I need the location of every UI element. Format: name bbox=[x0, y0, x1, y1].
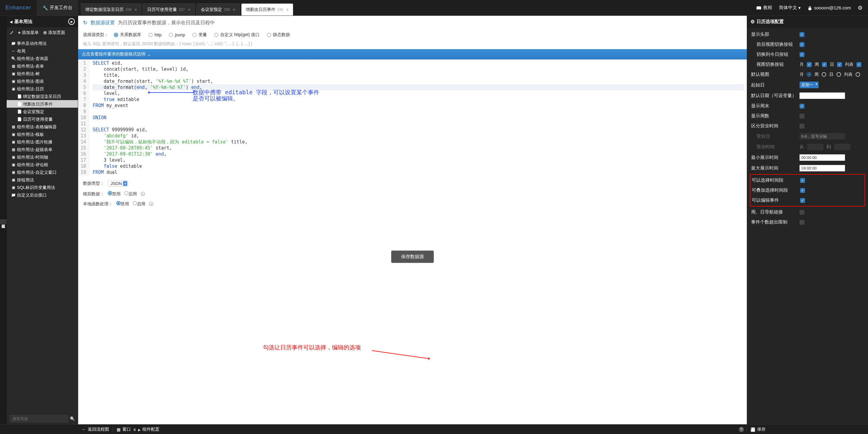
source-radio-0[interactable]: 关系数据库 bbox=[114, 32, 141, 38]
chk-nav-links[interactable] bbox=[800, 210, 804, 215]
rdio-dv-day[interactable] bbox=[836, 72, 841, 77]
code-line[interactable]: '2017-08-28T09:45' start, bbox=[93, 145, 744, 151]
input-default-date[interactable] bbox=[800, 92, 845, 99]
add-page-button[interactable]: 添加页面 bbox=[43, 30, 65, 35]
code-line[interactable] bbox=[93, 109, 744, 115]
chk-overlap[interactable] bbox=[800, 188, 805, 193]
code-line[interactable]: FROM my_event bbox=[93, 103, 744, 109]
close-icon[interactable]: × bbox=[188, 7, 190, 12]
chk-editable[interactable] bbox=[800, 198, 805, 203]
tab-2[interactable]: 会议室预定 339× bbox=[196, 3, 240, 16]
chk-week-num[interactable] bbox=[800, 114, 804, 119]
input-min-time[interactable] bbox=[800, 154, 845, 161]
tree-item[interactable]: 自定义后台接口 bbox=[7, 191, 78, 199]
tree-item[interactable]: 组件用法-模板 bbox=[7, 131, 78, 138]
tab-3[interactable]: 增删改日历事件 336× bbox=[241, 3, 293, 16]
chk-view-list[interactable] bbox=[857, 62, 861, 67]
close-icon[interactable]: × bbox=[286, 7, 289, 12]
chk-selectable[interactable] bbox=[800, 178, 805, 183]
chk-view-month[interactable] bbox=[807, 62, 812, 67]
input-max-time[interactable] bbox=[800, 165, 845, 171]
code-line[interactable]: level, bbox=[93, 90, 744, 96]
code-line[interactable]: title, bbox=[93, 72, 744, 78]
info-icon[interactable] bbox=[141, 192, 145, 197]
search-input[interactable] bbox=[10, 415, 68, 423]
rdio-dv-list[interactable] bbox=[856, 72, 860, 77]
code-line[interactable]: '2017-09-01T12:30' end, bbox=[93, 151, 744, 157]
tree-item[interactable]: 组件用法-时间轴 bbox=[7, 153, 78, 161]
gutter-tab-0[interactable]: 基础页面配置 bbox=[0, 219, 6, 224]
gear-icon[interactable] bbox=[858, 4, 863, 11]
tree-item[interactable]: 组件用法-日历 bbox=[7, 85, 78, 92]
tree-item[interactable]: 组件用法-评论框 bbox=[7, 161, 78, 168]
source-radio-4[interactable]: 自定义 http(get) 接口 bbox=[214, 32, 260, 38]
code-line[interactable] bbox=[93, 121, 744, 127]
code-editor[interactable]: 12345678910111213141516171819 数据中携带 edit… bbox=[78, 59, 747, 176]
chk-today[interactable] bbox=[800, 52, 804, 57]
code-line[interactable]: SELECT eid, bbox=[93, 60, 744, 66]
rdio-dv-week[interactable] bbox=[822, 72, 826, 77]
add-menu-button[interactable]: 添加菜单 bbox=[18, 30, 39, 35]
tutorial-link[interactable]: 教程 bbox=[756, 5, 772, 10]
language-select[interactable]: 简体中文 ▾ bbox=[779, 5, 801, 10]
chk-view-week[interactable] bbox=[822, 62, 827, 67]
code-body[interactable]: 数据中携带 editable 字段，可以设置某个事件 是否可以被编辑。 SELE… bbox=[90, 59, 747, 176]
rdio-dv-month[interactable] bbox=[807, 72, 811, 77]
chk-show-header[interactable] bbox=[800, 32, 804, 37]
save-datasource-button[interactable]: 保存数据源 bbox=[391, 251, 434, 263]
mock-enable-radio[interactable]: 启用 bbox=[124, 191, 137, 197]
help-icon[interactable]: ? bbox=[739, 427, 744, 432]
tree-item[interactable]: 组件用法-表单 bbox=[7, 62, 78, 70]
datasource-settings-link[interactable]: 数据源设置 bbox=[91, 20, 115, 26]
window-breadcrumb[interactable]: 窗口组件配置 bbox=[113, 425, 163, 434]
chk-weekend[interactable] bbox=[800, 104, 804, 109]
tab-1[interactable]: 日历可使用变量 337× bbox=[143, 3, 195, 16]
refresh-icon[interactable] bbox=[83, 20, 88, 26]
code-line[interactable]: 3 level, bbox=[93, 157, 744, 163]
play-icon[interactable] bbox=[68, 18, 75, 25]
tree-item[interactable]: 绑定数据渲染至日历 bbox=[7, 92, 78, 100]
tree-item[interactable]: 日历可使用变量 bbox=[7, 115, 78, 123]
code-line[interactable]: FROM dual bbox=[93, 169, 744, 175]
localfn-disable-radio[interactable]: 禁用 bbox=[116, 201, 129, 207]
code-line[interactable]: date_format(start, '%Y-%m-%d %T') start, bbox=[93, 78, 744, 84]
chk-biz-hours[interactable] bbox=[800, 124, 804, 128]
input-biz-from[interactable] bbox=[807, 144, 824, 150]
input-biz-to[interactable] bbox=[834, 144, 850, 150]
code-line[interactable]: false editable bbox=[93, 163, 744, 169]
code-line[interactable]: true editable bbox=[93, 96, 744, 103]
tree-item[interactable]: 事件及动作用法 bbox=[7, 39, 78, 47]
code-line[interactable]: UNION bbox=[93, 115, 744, 121]
input-biz-day[interactable] bbox=[800, 133, 845, 140]
code-line[interactable]: '我不可以编辑，鼠标拖不动我，因为 editable = false' titl… bbox=[93, 139, 744, 145]
format-description-bar[interactable]: 点击查看组件要求的数据格式说明 bbox=[78, 49, 747, 59]
chk-event-limit[interactable] bbox=[800, 220, 804, 225]
source-radio-2[interactable]: jsonp bbox=[169, 32, 185, 38]
tree-item[interactable]: 组件用法-超级表单 bbox=[7, 146, 78, 153]
code-line[interactable]: date_format(end, '%Y-%m-%d %T') end, bbox=[93, 84, 744, 90]
localfn-enable-radio[interactable]: 启用 bbox=[133, 201, 146, 207]
tree-item[interactable]: 布局 bbox=[7, 47, 78, 55]
code-line[interactable]: SELECT 99999999 eid, bbox=[93, 127, 744, 133]
tree-item[interactable]: 组件用法-树 bbox=[7, 70, 78, 77]
chevron-left-icon[interactable] bbox=[10, 20, 12, 24]
search-icon[interactable] bbox=[70, 416, 75, 421]
workbench-button[interactable]: 开发工作台 bbox=[37, 0, 79, 16]
chk-view-day[interactable] bbox=[837, 62, 842, 67]
tree-item[interactable]: 按钮用法 bbox=[7, 176, 78, 183]
source-radio-1[interactable]: http bbox=[149, 32, 161, 38]
tab-0[interactable]: 绑定数据渲染至日历 334× bbox=[81, 3, 142, 16]
user-account[interactable]: soooon@126.com bbox=[807, 5, 851, 10]
tree-item[interactable]: 组件用法-自定义窗口 bbox=[7, 168, 78, 176]
code-line[interactable]: 'abcdefg' id, bbox=[93, 133, 744, 139]
chk-prev-next[interactable] bbox=[800, 42, 804, 47]
tree-item[interactable]: 组件用法-表格编辑器 bbox=[7, 123, 78, 131]
tree-item[interactable]: 组件用法-图表 bbox=[7, 77, 78, 85]
tree-item[interactable]: 组件用法-查询器 bbox=[7, 55, 78, 62]
code-line[interactable]: concat(start, title, level) id, bbox=[93, 66, 744, 72]
tree-item[interactable]: 增删改日历事件 bbox=[7, 100, 78, 108]
info-icon[interactable] bbox=[149, 201, 153, 207]
close-icon[interactable]: × bbox=[233, 7, 236, 12]
source-radio-5[interactable]: 静态数据 bbox=[267, 32, 290, 38]
expand-icon[interactable] bbox=[10, 30, 13, 35]
